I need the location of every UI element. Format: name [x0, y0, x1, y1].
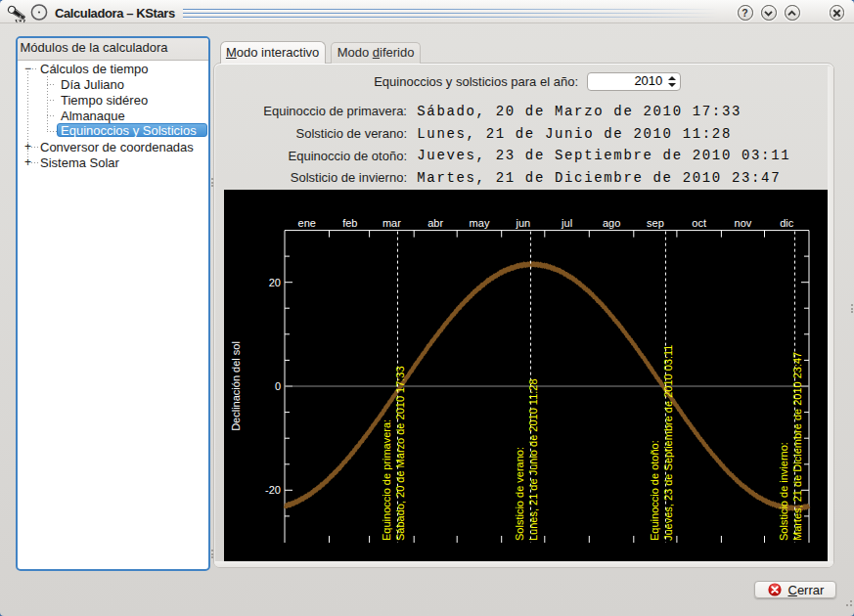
svg-text:Sábado, 20 de Marzo de 2010 17: Sábado, 20 de Marzo de 2010 17:33	[394, 366, 406, 541]
svg-text:ene: ene	[298, 217, 316, 229]
svg-text:oct: oct	[692, 217, 706, 229]
svg-text:0: 0	[275, 380, 281, 392]
svg-text:-20: -20	[265, 484, 281, 496]
svg-text:mar: mar	[382, 217, 401, 229]
svg-text:may: may	[470, 217, 490, 229]
svg-text:Equinoccio de otoño:: Equinoccio de otoño:	[649, 440, 660, 541]
svg-text:feb: feb	[342, 217, 357, 229]
svg-text:Jueves, 23 de Septiembre de 20: Jueves, 23 de Septiembre de 2010 03:11	[662, 345, 674, 541]
svg-text:abr: abr	[427, 217, 443, 229]
svg-text:20: 20	[269, 277, 281, 288]
svg-text:Lunes, 21 de Junio de 2010 11:: Lunes, 21 de Junio de 2010 11:28	[527, 378, 539, 541]
svg-text:Equinoccio de primavera:: Equinoccio de primavera:	[381, 419, 392, 541]
svg-text:nov: nov	[735, 217, 752, 229]
svg-text:?: ?	[742, 7, 747, 19]
svg-text:Solsticio de invierno:: Solsticio de invierno:	[778, 442, 789, 541]
svg-text:Solsticio de verano:: Solsticio de verano:	[514, 447, 525, 541]
svg-text:ago: ago	[603, 217, 620, 229]
svg-text:Declinación del sol: Declinación del sol	[230, 341, 242, 431]
svg-text:jun: jun	[515, 217, 530, 229]
svg-text:dic: dic	[780, 217, 794, 229]
svg-text:Martes, 21 de Diciembre de 201: Martes, 21 de Diciembre de 2010 23:47	[791, 352, 803, 541]
svg-text:jul: jul	[561, 217, 572, 229]
svg-text:sep: sep	[647, 217, 664, 229]
